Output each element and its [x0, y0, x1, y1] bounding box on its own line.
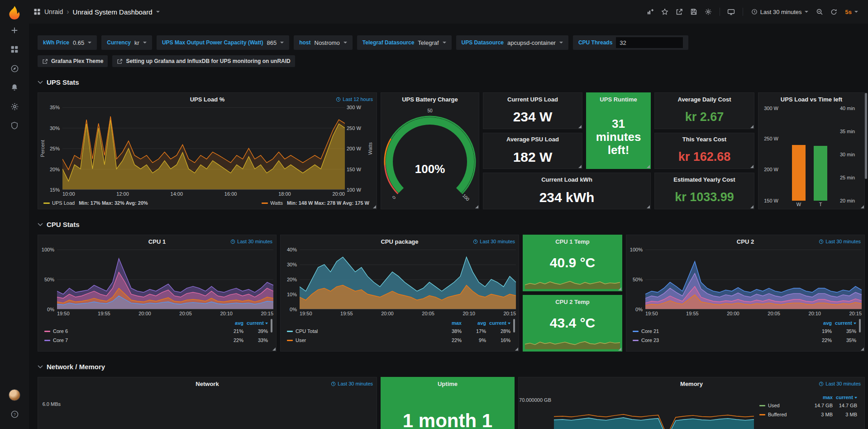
section-ups-stats[interactable]: UPS Stats — [38, 76, 868, 88]
time-picker-button[interactable]: Last 30 minutes — [748, 5, 812, 19]
panel-header[interactable]: UPS Runtime — [587, 93, 650, 106]
memory-chart[interactable] — [554, 392, 754, 429]
page-scrollbar[interactable] — [865, 93, 867, 179]
legend-column-header[interactable]: current — [243, 320, 268, 326]
sidebar-item-profile[interactable] — [5, 386, 24, 405]
sidebar-item-server-admin[interactable] — [5, 116, 24, 135]
ups-bars-chart[interactable]: WT — [781, 108, 838, 208]
variable-dropdown[interactable]: kWh Price 0.65 — [38, 35, 97, 50]
cpu-threads-input[interactable] — [616, 37, 683, 48]
panel-header[interactable]: Uptime — [381, 377, 514, 390]
panel-header[interactable]: CPU package Last 30 minutes — [281, 235, 519, 248]
legend-column-header[interactable]: avg — [462, 320, 486, 326]
refresh-interval-button[interactable]: 5s — [842, 5, 862, 19]
sidebar-item-alerting[interactable] — [5, 78, 24, 97]
star-button[interactable] — [658, 5, 672, 19]
cpu2-temp-sparkline — [525, 334, 620, 349]
share-button[interactable] — [672, 5, 686, 19]
cycle-view-button[interactable] — [725, 5, 738, 19]
panel-header[interactable]: Current Load kWh — [483, 173, 650, 186]
panel-header[interactable]: CPU 2 Temp — [523, 295, 622, 308]
legend-item[interactable]: UPS Load Min: 17% Max: 32% Avg: 20% — [43, 200, 148, 206]
zoom-out-button[interactable] — [813, 5, 826, 19]
panel-header[interactable]: This Years Cost — [655, 133, 754, 146]
variable-dropdown[interactable]: host Nostromo — [294, 35, 353, 50]
legend-column-header[interactable]: current — [833, 395, 857, 400]
panel-header[interactable]: Network Last 30 minutes — [38, 377, 377, 390]
refresh-button[interactable] — [827, 5, 841, 19]
panel-header[interactable]: Average Daily Cost — [655, 93, 754, 106]
variable-dropdown[interactable]: UPS Max Output Power Capacity (Watt) 865 — [157, 35, 289, 50]
save-button[interactable] — [687, 5, 701, 19]
panel-header[interactable]: CPU 1 Temp — [523, 235, 622, 248]
sidebar-item-dashboards[interactable] — [5, 40, 24, 59]
legend-item[interactable]: Watts Min: 148 W Max: 278 W Avg: 175 W — [262, 200, 369, 206]
legend-header[interactable]: avgcurrent — [633, 319, 856, 327]
grafana-logo[interactable] — [6, 5, 23, 21]
legend-column-header[interactable]: avg — [807, 320, 832, 326]
legend-column-header[interactable]: max — [808, 395, 833, 400]
panel-header[interactable]: Current UPS Load — [483, 93, 582, 106]
sidebar-item-explore[interactable] — [5, 59, 24, 78]
legend-row[interactable]: CPU Total 38% 17% 28% — [287, 327, 510, 336]
battery-gauge[interactable]: 100% 050100 — [381, 106, 479, 209]
legend-scrollbar[interactable] — [859, 319, 861, 333]
sidebar-item-help[interactable]: ? — [5, 405, 24, 424]
chevron-down-icon[interactable] — [156, 11, 160, 13]
legend-column-header[interactable]: avg — [219, 320, 243, 326]
section-cpu-stats[interactable]: CPU Stats — [38, 218, 868, 230]
legend-column-header[interactable]: max — [437, 320, 462, 326]
legend-row[interactable]: User 22% 9% 16% — [287, 336, 510, 345]
variable-value: Telegraf — [418, 39, 439, 46]
breadcrumb-folder[interactable]: Unraid — [44, 8, 63, 15]
sidebar-item-create[interactable] — [5, 21, 24, 40]
sidebar-item-configuration[interactable] — [5, 97, 24, 116]
panel-header[interactable]: UPS Load vs Time left — [758, 93, 864, 106]
panel-header[interactable]: UPS Load % Last 12 hours — [38, 93, 377, 106]
panel-header[interactable]: CPU 1 Last 30 minutes — [38, 235, 276, 248]
ups-load-chart[interactable] — [62, 107, 345, 190]
panel-header[interactable]: Memory Last 30 minutes — [519, 377, 864, 390]
right-axis-ticks: 40 min35 min30 min25 min20 min — [838, 108, 862, 201]
panel-time-range[interactable]: Last 30 minutes — [819, 235, 861, 248]
legend-value-avg: 21% — [219, 328, 243, 334]
section-network-memory[interactable]: Network / Memory — [38, 361, 868, 372]
legend-row[interactable]: Used 14.7 GB 14.7 GB — [759, 401, 857, 410]
panel-time-range[interactable]: Last 12 hours — [336, 93, 373, 106]
legend-column-header[interactable]: current — [832, 320, 856, 326]
dashboard-title[interactable]: Unraid System Dashboard — [73, 8, 153, 16]
legend-row[interactable]: Buffered 3 MB 3 MB — [759, 410, 857, 419]
legend-header[interactable]: maxcurrent — [759, 393, 857, 401]
legend-scrollbar[interactable] — [271, 319, 272, 333]
variable-dropdown[interactable]: UPS Datasource apcupsd-container — [456, 35, 568, 50]
panel-time-range[interactable]: Last 30 minutes — [331, 377, 373, 390]
legend-header[interactable]: avgcurrent — [44, 319, 268, 327]
panel-header[interactable]: CPU 2 Last 30 minutes — [626, 235, 864, 248]
legend-row[interactable]: Core 6 21% 39% — [44, 327, 268, 336]
legend-row[interactable]: Core 7 22% 33% — [44, 336, 268, 345]
legend-table: avgcurrent Core 6 21% 39% — [39, 318, 273, 350]
dashboard-settings-button[interactable] — [701, 5, 715, 19]
panel-header[interactable]: Estimated Yearly Cost — [655, 173, 754, 186]
cpu1-chart[interactable] — [57, 250, 273, 309]
legend-header[interactable]: maxavgcurrent — [287, 319, 510, 327]
panel-header[interactable]: Average PSU Load — [483, 133, 582, 146]
panel-header[interactable]: UPS Battery Charge — [381, 93, 479, 106]
legend-series: CPU Total — [287, 328, 437, 334]
panel-time-range[interactable]: Last 30 minutes — [819, 377, 861, 390]
dashboard-link[interactable]: Grafana Plex Theme — [38, 55, 108, 67]
legend-column-header[interactable]: current — [486, 320, 510, 326]
panel-time-range[interactable]: Last 30 minutes — [230, 235, 272, 248]
legend-scrollbar[interactable] — [513, 319, 515, 333]
add-panel-button[interactable] — [644, 5, 657, 19]
share-icon — [676, 8, 683, 15]
legend-row[interactable]: Core 23 22% 35% — [633, 336, 856, 345]
legend-row[interactable]: Core 21 19% 35% — [633, 327, 856, 336]
panel-time-range[interactable]: Last 30 minutes — [473, 235, 515, 248]
cpu-package-chart[interactable] — [300, 250, 516, 309]
variable-dropdown[interactable]: Currency kr — [101, 35, 152, 50]
variable-dropdown[interactable]: Telegraf Datasource Telegraf — [357, 35, 452, 50]
network-chart[interactable] — [63, 392, 373, 429]
dashboard-link[interactable]: Setting up Grafana and InfluxDB for UPS … — [112, 55, 295, 67]
cpu2-chart[interactable] — [645, 250, 862, 309]
